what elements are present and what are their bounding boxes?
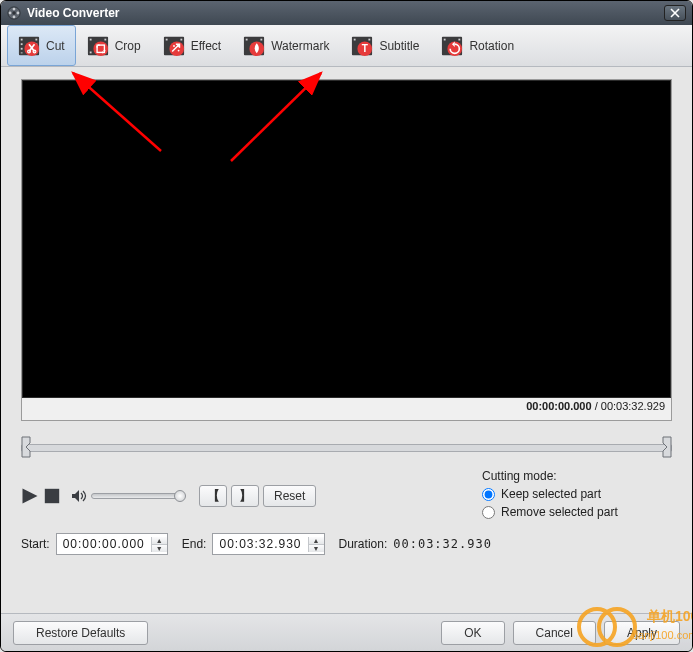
end-time-input[interactable]: 00:03:32.930 ▲ ▼ (212, 533, 324, 555)
svg-point-4 (9, 12, 12, 15)
start-spinner: ▲ ▼ (151, 537, 167, 552)
tab-label: Cut (46, 39, 65, 53)
window-title: Video Converter (27, 6, 119, 20)
volume-icon (71, 489, 87, 503)
volume-button[interactable] (71, 489, 87, 503)
svg-rect-11 (35, 38, 37, 40)
footer: Restore Defaults OK Cancel Apply (1, 613, 692, 651)
stop-button[interactable] (43, 488, 61, 504)
svg-rect-8 (21, 43, 23, 45)
playback-position: 00:00:00.000 (526, 400, 591, 412)
start-time-input[interactable]: 00:00:00.000 ▲ ▼ (56, 533, 168, 555)
svg-rect-20 (89, 51, 91, 53)
svg-text:T: T (362, 43, 369, 54)
svg-rect-26 (165, 38, 167, 40)
svg-rect-7 (21, 38, 23, 40)
cutting-mode-heading: Cutting mode: (482, 469, 672, 483)
start-spin-up[interactable]: ▲ (152, 537, 167, 545)
end-label: End: (182, 537, 207, 551)
close-icon (669, 7, 681, 19)
apply-button[interactable]: Apply (604, 621, 680, 645)
cutting-mode-panel: Cutting mode: Keep selected part Remove … (482, 469, 672, 523)
tab-rotation[interactable]: Rotation (430, 25, 525, 66)
rotation-icon (441, 35, 463, 57)
svg-rect-21 (104, 38, 106, 40)
crop-icon (87, 35, 109, 57)
mark-out-button[interactable]: 】 (231, 485, 259, 507)
stop-icon (43, 487, 61, 505)
tab-watermark[interactable]: Watermark (232, 25, 340, 66)
svg-point-2 (13, 8, 16, 11)
subtitle-icon: T (351, 35, 373, 57)
svg-rect-37 (369, 38, 371, 40)
svg-point-1 (12, 11, 16, 15)
start-time-value: 00:00:00.000 (57, 537, 151, 551)
svg-rect-33 (261, 38, 263, 40)
svg-rect-19 (89, 38, 91, 40)
duration-label: Duration: (339, 537, 388, 551)
tab-cut[interactable]: Cut (7, 25, 76, 66)
tab-subtitle[interactable]: T Subtitle (340, 25, 430, 66)
svg-rect-32 (246, 38, 248, 40)
svg-point-3 (13, 16, 16, 19)
cutting-keep-label: Keep selected part (501, 487, 601, 501)
trim-slider[interactable] (21, 435, 672, 459)
tab-label: Watermark (271, 39, 329, 53)
tab-label: Effect (191, 39, 221, 53)
end-spinner: ▲ ▼ (308, 537, 324, 552)
duration-value: 00:03:32.930 (393, 537, 492, 551)
start-label: Start: (21, 537, 50, 551)
cutting-keep-radio[interactable] (482, 488, 495, 501)
svg-rect-10 (21, 52, 23, 53)
cutting-remove-option[interactable]: Remove selected part (482, 505, 672, 519)
end-spin-up[interactable]: ▲ (309, 537, 324, 545)
svg-rect-27 (180, 38, 182, 40)
mark-in-button[interactable]: 【 (199, 485, 227, 507)
playback-total: 00:03:32.929 (601, 400, 665, 412)
svg-point-5 (17, 12, 20, 15)
tab-crop[interactable]: Crop (76, 25, 152, 66)
time-readout: 00:00:00.000 / 00:03:32.929 (22, 398, 671, 416)
cutting-remove-radio[interactable] (482, 506, 495, 519)
svg-rect-9 (21, 47, 23, 49)
end-spin-down[interactable]: ▼ (309, 545, 324, 552)
toolbar-tabs: Cut Crop Effect Watermark T Subtitle Rot… (1, 25, 692, 67)
effect-icon (163, 35, 185, 57)
watermark-icon (243, 35, 265, 57)
svg-rect-42 (459, 38, 461, 40)
play-button[interactable] (21, 488, 39, 504)
svg-rect-41 (444, 38, 446, 40)
svg-rect-36 (354, 38, 356, 40)
tab-label: Subtitle (379, 39, 419, 53)
play-icon (21, 487, 39, 505)
volume-thumb[interactable] (174, 490, 186, 502)
cutting-remove-label: Remove selected part (501, 505, 618, 519)
tab-label: Rotation (469, 39, 514, 53)
reset-button[interactable]: Reset (263, 485, 316, 507)
svg-point-23 (93, 41, 108, 56)
trim-handle-end[interactable] (660, 435, 674, 459)
start-spin-down[interactable]: ▼ (152, 545, 167, 552)
cutting-keep-option[interactable]: Keep selected part (482, 487, 672, 501)
ok-button[interactable]: OK (441, 621, 504, 645)
app-icon (7, 6, 21, 20)
restore-defaults-button[interactable]: Restore Defaults (13, 621, 148, 645)
end-time-value: 00:03:32.930 (213, 537, 307, 551)
title-bar: Video Converter (1, 1, 692, 25)
svg-point-30 (177, 49, 179, 51)
svg-rect-44 (45, 489, 59, 503)
tab-label: Crop (115, 39, 141, 53)
volume-slider[interactable] (91, 493, 181, 499)
cancel-button[interactable]: Cancel (513, 621, 596, 645)
video-preview[interactable] (22, 80, 671, 398)
svg-point-29 (173, 45, 175, 47)
close-button[interactable] (664, 5, 686, 21)
cut-icon (18, 35, 40, 57)
video-frame: 00:00:00.000 / 00:03:32.929 (21, 79, 672, 421)
trim-handle-start[interactable] (19, 435, 33, 459)
tab-effect[interactable]: Effect (152, 25, 232, 66)
